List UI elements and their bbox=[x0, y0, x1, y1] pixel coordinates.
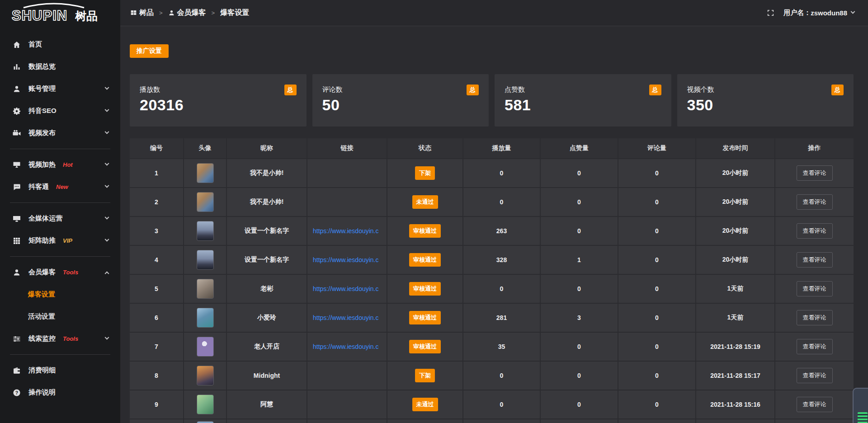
video-link[interactable]: https://www.iesdouyin.c bbox=[307, 256, 387, 263]
cell-plays bbox=[463, 419, 541, 423]
view-comments-button[interactable]: 查看评论 bbox=[797, 223, 833, 239]
chevron-down-icon bbox=[105, 85, 109, 90]
sidebar-item-video-heating[interactable]: 视频加热 Hot bbox=[0, 154, 120, 176]
sidebar-item-douketong[interactable]: 抖客通 New bbox=[0, 176, 120, 198]
user-icon bbox=[13, 85, 21, 93]
view-comments-button[interactable]: 查看评论 bbox=[797, 368, 833, 383]
cell-likes: 0 bbox=[541, 333, 618, 361]
sidebar-divider bbox=[10, 149, 110, 149]
shupin-logo-icon: SHUPIN 树品 bbox=[11, 3, 104, 24]
sidebar-item-member-baoke[interactable]: 会员爆客 Tools bbox=[0, 261, 120, 283]
chevron-down-icon bbox=[105, 108, 109, 112]
cell-plays: 0 bbox=[463, 188, 541, 216]
breadcrumb-item-shupin[interactable]: 树品 bbox=[130, 8, 154, 18]
status-badge[interactable]: 审核通过 bbox=[409, 340, 441, 353]
svg-text:SHUPIN: SHUPIN bbox=[12, 8, 67, 24]
svg-text:?: ? bbox=[15, 390, 18, 395]
username-label: 用户名： bbox=[783, 9, 811, 17]
col-header-plays: 播放量 bbox=[463, 138, 541, 158]
col-header-status: 状态 bbox=[387, 138, 463, 158]
chevron-down-icon bbox=[105, 130, 109, 134]
member-icon bbox=[13, 268, 21, 277]
status-badge[interactable]: 审核通过 bbox=[409, 282, 441, 296]
sidebar-subitem-baoke-settings[interactable]: 爆客设置 bbox=[0, 283, 120, 306]
chevron-down-icon bbox=[105, 161, 109, 166]
sidebar-item-all-media[interactable]: 全媒体运营 bbox=[0, 207, 120, 230]
sidebar-item-account-management[interactable]: 账号管理 bbox=[0, 78, 120, 100]
status-badge[interactable]: 审核通过 bbox=[409, 311, 441, 324]
status-badge[interactable]: 下架 bbox=[415, 166, 435, 180]
status-badge[interactable]: 审核通过 bbox=[409, 253, 441, 267]
sidebar-item-instructions[interactable]: ? 操作说明 bbox=[0, 381, 120, 404]
video-link[interactable]: https://www.iesdouyin.c bbox=[307, 285, 387, 292]
promo-settings-button[interactable]: 推广设置 bbox=[130, 44, 169, 58]
cell-nickname: 老彬 bbox=[227, 275, 307, 303]
cell-id bbox=[130, 419, 184, 423]
avatar bbox=[197, 163, 214, 183]
avatar bbox=[197, 221, 214, 241]
video-link[interactable]: https://www.iesdouyin.c bbox=[307, 227, 387, 235]
cell-likes: 0 bbox=[541, 275, 618, 303]
sidebar-item-matrix-boost[interactable]: 矩阵助推 VIP bbox=[0, 230, 120, 252]
cell-nickname bbox=[227, 419, 307, 423]
sidebar-subitem-activity-settings[interactable]: 活动设置 bbox=[0, 306, 120, 328]
breadcrumb-separator: > bbox=[159, 9, 163, 16]
view-comments-button[interactable]: 查看评论 bbox=[797, 252, 833, 268]
sidebar-item-home[interactable]: 首页 bbox=[0, 33, 120, 56]
cell-plays: 0 bbox=[463, 275, 541, 303]
status-badge[interactable]: 审核通过 bbox=[409, 224, 441, 238]
avatar bbox=[197, 421, 214, 423]
home-icon bbox=[13, 41, 21, 49]
fullscreen-icon[interactable] bbox=[767, 9, 774, 17]
stat-value: 50 bbox=[322, 96, 478, 114]
stat-card-likes: 点赞数 581 总 bbox=[495, 74, 671, 127]
floating-widget[interactable] bbox=[853, 388, 868, 423]
videos-table: 编号 头像 昵称 链接 状态 播放量 点赞量 评论量 发布时间 操作 1 我不是… bbox=[130, 137, 854, 423]
sidebar-item-clue-monitor[interactable]: 线索监控 Tools bbox=[0, 328, 120, 350]
cell-nickname: 小爱玲 bbox=[227, 304, 307, 332]
view-comments-button[interactable]: 查看评论 bbox=[797, 397, 833, 412]
cell-nickname: 我不是小帅! bbox=[227, 188, 307, 216]
col-header-publish-time: 发布时间 bbox=[696, 138, 775, 158]
cell-id: 8 bbox=[130, 362, 184, 390]
view-comments-button[interactable]: 查看评论 bbox=[797, 310, 833, 325]
cell-likes: 0 bbox=[541, 390, 618, 418]
sidebar-item-label: 全媒体运营 bbox=[28, 214, 62, 223]
avatar bbox=[197, 366, 214, 385]
chevron-down-icon bbox=[105, 237, 109, 242]
breadcrumb-item-member-baoke[interactable]: 会员爆客 bbox=[168, 8, 206, 18]
total-badge: 总 bbox=[467, 85, 479, 95]
sidebar-divider bbox=[10, 354, 110, 355]
status-badge[interactable]: 未通过 bbox=[412, 398, 438, 411]
status-badge[interactable]: 未通过 bbox=[412, 195, 438, 209]
sidebar-item-data-overview[interactable]: 数据总览 bbox=[0, 56, 120, 78]
sidebar-item-consumption-details[interactable]: 消费明细 bbox=[0, 359, 120, 381]
cell-comments: 0 bbox=[618, 333, 696, 361]
avatar bbox=[197, 395, 214, 414]
user-icon bbox=[168, 9, 175, 16]
sidebar-item-label: 视频发布 bbox=[28, 129, 56, 137]
sidebar-subitem-label: 活动设置 bbox=[28, 312, 55, 321]
status-badge[interactable]: 下架 bbox=[415, 369, 435, 382]
app-logo: SHUPIN 树品 bbox=[0, 0, 120, 26]
table-row: 3 设置一个新名字 https://www.iesdouyin.c 审核通过 2… bbox=[130, 217, 854, 245]
cell-comments: 0 bbox=[618, 390, 696, 418]
vip-badge: VIP bbox=[63, 237, 72, 244]
sidebar-item-video-publish[interactable]: 视频发布 bbox=[0, 122, 120, 144]
view-comments-button[interactable]: 查看评论 bbox=[797, 339, 833, 354]
view-comments-button[interactable]: 查看评论 bbox=[797, 281, 833, 296]
grid-icon bbox=[13, 237, 21, 245]
video-link[interactable]: https://www.iesdouyin.c bbox=[307, 343, 387, 350]
cell-actions bbox=[775, 419, 854, 423]
view-comments-button[interactable]: 查看评论 bbox=[797, 194, 833, 210]
table-row-partial bbox=[130, 419, 854, 423]
breadcrumb-item-baoke-settings[interactable]: 爆客设置 bbox=[220, 8, 249, 18]
sidebar-item-label: 会员爆客 bbox=[28, 268, 56, 277]
video-link[interactable]: https://www.iesdouyin.c bbox=[307, 314, 387, 321]
total-badge: 总 bbox=[831, 85, 844, 95]
sidebar-item-douyin-seo[interactable]: 抖音SEO bbox=[0, 100, 120, 122]
user-menu[interactable]: 用户名： zswodun88 bbox=[783, 9, 854, 17]
view-comments-button[interactable]: 查看评论 bbox=[797, 165, 833, 181]
table-header-row: 编号 头像 昵称 链接 状态 播放量 点赞量 评论量 发布时间 操作 bbox=[130, 138, 854, 158]
chevron-down-icon bbox=[851, 9, 855, 14]
